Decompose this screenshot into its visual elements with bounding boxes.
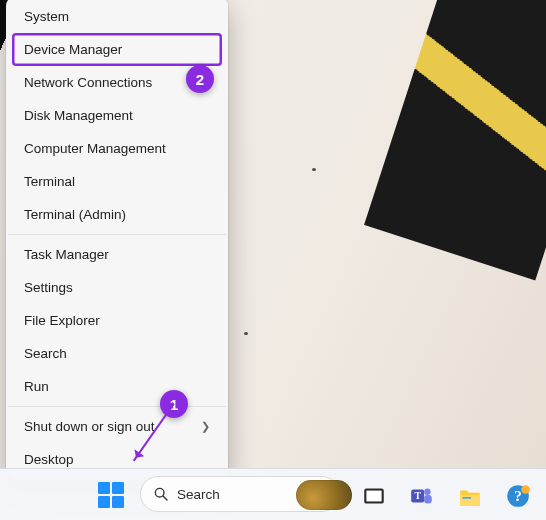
- menu-item-run[interactable]: Run: [6, 370, 228, 403]
- menu-separator: [8, 406, 226, 407]
- svg-rect-3: [366, 491, 381, 502]
- svg-line-1: [163, 496, 167, 500]
- menu-item-search[interactable]: Search: [6, 337, 228, 370]
- task-view-icon: [361, 483, 387, 509]
- windows-logo-icon: [98, 482, 124, 508]
- menu-item-file-explorer[interactable]: File Explorer: [6, 304, 228, 337]
- menu-item-device-manager[interactable]: Device Manager: [12, 33, 222, 66]
- taskbar-app-explorer[interactable]: [452, 478, 488, 514]
- help-icon: ?: [505, 483, 531, 509]
- start-button[interactable]: [94, 478, 128, 512]
- svg-text:?: ?: [514, 487, 522, 504]
- svg-point-6: [424, 488, 431, 495]
- teams-icon: T: [409, 483, 435, 509]
- svg-point-12: [521, 485, 530, 494]
- menu-item-computer-management[interactable]: Computer Management: [6, 132, 228, 165]
- svg-rect-8: [460, 495, 480, 506]
- taskbar: Search T ?: [0, 468, 546, 520]
- annotation-badge-2: 2: [186, 65, 214, 93]
- menu-item-task-manager[interactable]: Task Manager: [6, 238, 228, 271]
- taskbar-widgets-icon[interactable]: [296, 480, 352, 510]
- svg-rect-7: [424, 495, 432, 504]
- menu-item-disk-management[interactable]: Disk Management: [6, 99, 228, 132]
- file-explorer-icon: [457, 483, 483, 509]
- menu-item-terminal[interactable]: Terminal: [6, 165, 228, 198]
- search-placeholder: Search: [177, 487, 220, 502]
- taskbar-app-help[interactable]: ?: [500, 478, 536, 514]
- taskbar-task-view[interactable]: [356, 478, 392, 514]
- search-icon: [153, 486, 169, 502]
- taskbar-app-teams[interactable]: T: [404, 478, 440, 514]
- svg-rect-9: [462, 497, 471, 499]
- menu-item-settings[interactable]: Settings: [6, 271, 228, 304]
- menu-item-system[interactable]: System: [6, 0, 228, 33]
- svg-text:T: T: [414, 490, 421, 501]
- menu-item-shutdown[interactable]: Shut down or sign out ❯: [6, 410, 228, 443]
- chevron-right-icon: ❯: [201, 420, 210, 433]
- menu-item-terminal-admin[interactable]: Terminal (Admin): [6, 198, 228, 231]
- menu-separator: [8, 234, 226, 235]
